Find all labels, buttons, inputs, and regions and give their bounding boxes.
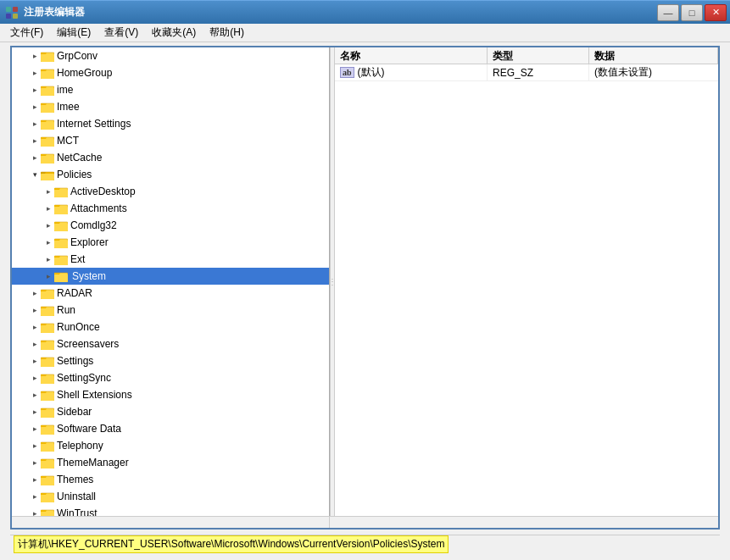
tree-item-ext[interactable]: ▸ Ext [12, 251, 329, 268]
tree-item-sidebar[interactable]: ▸ Sidebar [12, 403, 329, 420]
svg-rect-54 [41, 325, 54, 333]
minimize-button[interactable]: — [657, 4, 679, 21]
tree-item-activedesktop[interactable]: ▸ ActiveDesktop [12, 183, 329, 200]
expand-arrow[interactable]: ▸ [29, 440, 41, 452]
expand-arrow[interactable]: ▸ [42, 253, 54, 265]
menu-edit[interactable]: 编辑(E) [50, 24, 98, 42]
tree-item-radar[interactable]: ▸ RADAR [12, 285, 329, 302]
expand-arrow[interactable]: ▸ [42, 270, 54, 282]
window-title: 注册表编辑器 [24, 5, 85, 19]
svg-rect-5 [41, 54, 54, 62]
tree-item-thememgr[interactable]: ▸ ThemeManager [12, 454, 329, 471]
expand-arrow[interactable]: ▸ [29, 338, 41, 350]
svg-marker-34 [54, 205, 60, 207]
folder-icon [41, 474, 54, 485]
svg-marker-9 [41, 69, 47, 71]
svg-marker-58 [41, 341, 47, 342]
svg-marker-24 [41, 154, 47, 156]
expand-arrow[interactable]: ▸ [29, 474, 41, 485]
tree-item-shellext[interactable]: ▸ Shell Extensions [12, 386, 329, 403]
tree-item-attachments[interactable]: ▸ Attachments [12, 200, 329, 217]
tree-item-label: ThemeManager [57, 457, 129, 469]
folder-icon [54, 186, 68, 197]
expand-arrow[interactable]: ▸ [29, 406, 41, 418]
expand-arrow[interactable]: ▸ [29, 372, 41, 384]
menu-view[interactable]: 查看(V) [98, 24, 145, 42]
tree-item-screensavers[interactable]: ▸ Screensavers [12, 335, 329, 352]
tree-item-label: Telephony [57, 440, 103, 452]
details-header: 名称 类型 数据 [335, 47, 718, 64]
details-row[interactable]: ab (默认) REG_SZ (数值未设置) [335, 64, 718, 81]
folder-icon [41, 152, 54, 164]
tree-item-intsettings[interactable]: ▸ Internet Settings [12, 115, 329, 132]
tree-item-comdlg32[interactable]: ▸ Comdlg32 [12, 217, 329, 234]
expand-arrow[interactable]: ▾ [29, 169, 41, 180]
expand-arrow[interactable]: ▸ [29, 101, 41, 113]
col-header-data[interactable]: 数据 [589, 47, 718, 64]
expand-arrow[interactable]: ▸ [29, 389, 41, 401]
menu-file[interactable]: 文件(F) [3, 24, 50, 42]
col-header-type[interactable]: 类型 [488, 47, 589, 64]
svg-rect-33 [54, 207, 68, 214]
expand-arrow[interactable]: ▸ [29, 321, 41, 333]
close-button[interactable]: ✕ [705, 4, 727, 21]
menu-favorites[interactable]: 收藏夹(A) [145, 24, 203, 42]
folder-icon [41, 507, 54, 516]
expand-arrow[interactable]: ▸ [42, 186, 54, 197]
folder-icon [41, 67, 54, 79]
expand-arrow[interactable]: ▸ [29, 135, 41, 147]
expand-arrow[interactable]: ▸ [29, 152, 41, 164]
expand-arrow[interactable]: ▸ [29, 50, 41, 62]
maximize-button[interactable]: □ [681, 4, 703, 21]
tree-item-label: Shell Extensions [57, 389, 132, 401]
tree-hscroll[interactable] [12, 517, 330, 529]
tree-item-grpconv[interactable]: ▸ GrpConv [12, 47, 329, 64]
expand-arrow[interactable]: ▸ [29, 491, 41, 502]
expand-arrow[interactable]: ▸ [29, 507, 41, 516]
folder-icon [41, 287, 54, 299]
folder-icon [54, 270, 68, 282]
tree-item-system[interactable]: ▸ System [12, 268, 329, 285]
tree-item-telephony[interactable]: ▸ Telephony [12, 437, 329, 454]
tree-item-uninstall[interactable]: ▸ Uninstall [12, 488, 329, 505]
tree-item-settings[interactable]: ▸ Settings [12, 352, 329, 369]
tree-item-runonce[interactable]: ▸ RunOnce [12, 319, 329, 335]
expand-arrow[interactable]: ▸ [29, 118, 41, 130]
svg-rect-17 [41, 122, 54, 130]
tree-item-themes[interactable]: ▸ Themes [12, 471, 329, 488]
tree-item-label: Explorer [70, 236, 109, 248]
expand-arrow[interactable]: ▸ [29, 355, 41, 367]
tree-item-softwaredata[interactable]: ▸ Software Data [12, 420, 329, 437]
col-header-name[interactable]: 名称 [335, 47, 488, 64]
expand-arrow[interactable]: ▸ [29, 457, 41, 469]
tree-item-ime[interactable]: ▸ ime [12, 81, 329, 98]
svg-marker-15 [41, 103, 47, 105]
svg-rect-72 [41, 427, 54, 435]
svg-rect-1 [13, 7, 18, 12]
svg-rect-0 [6, 7, 11, 12]
tree-item-policies[interactable]: ▾ Policies [12, 166, 329, 183]
tree-item-homegroup[interactable]: ▸ HomeGroup [12, 64, 329, 81]
tree-item-mct[interactable]: ▸ MCT [12, 132, 329, 149]
svg-marker-52 [41, 307, 47, 308]
expand-arrow[interactable]: ▸ [42, 202, 54, 214]
menu-help[interactable]: 帮助(H) [203, 24, 251, 42]
expand-arrow[interactable]: ▸ [29, 67, 41, 79]
tree-item-imee[interactable]: ▸ Imee [12, 98, 329, 115]
tree-item-run[interactable]: ▸ Run [12, 302, 329, 319]
details-hscroll[interactable] [330, 517, 718, 529]
tree-item-settingsync[interactable]: ▸ SettingSync [12, 369, 329, 386]
expand-arrow[interactable]: ▸ [29, 304, 41, 316]
tree-item-netcache[interactable]: ▸ NetCache [12, 149, 329, 166]
expand-arrow[interactable]: ▸ [29, 423, 41, 435]
expand-arrow[interactable]: ▸ [29, 84, 41, 96]
tree-item-wintrust[interactable]: ▸ WinTrust [12, 505, 329, 516]
tree-item-explorer[interactable]: ▸ Explorer [12, 234, 329, 251]
tree-pane[interactable]: ▸ GrpConv▸ HomeGroup▸ ime▸ Imee▸ In [12, 47, 330, 516]
folder-icon [41, 355, 54, 367]
svg-rect-11 [41, 88, 54, 96]
expand-arrow[interactable]: ▸ [29, 287, 41, 299]
expand-arrow[interactable]: ▸ [42, 219, 54, 231]
expand-arrow[interactable]: ▸ [42, 236, 54, 248]
svg-marker-64 [41, 374, 47, 376]
